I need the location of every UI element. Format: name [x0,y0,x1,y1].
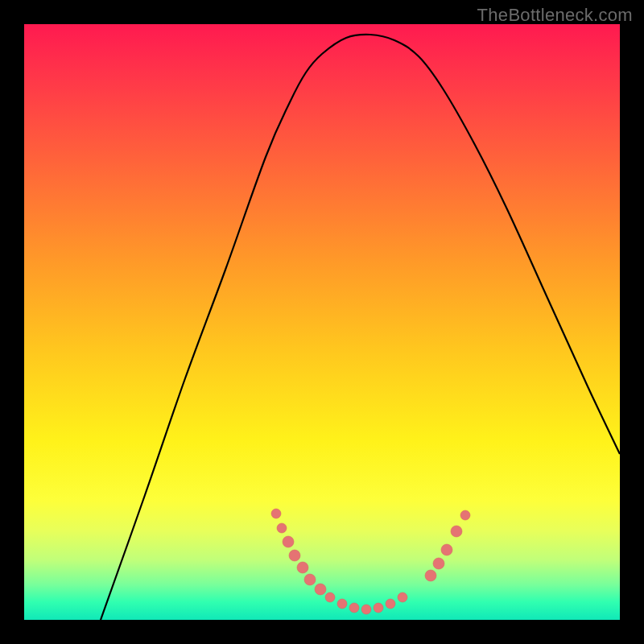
curve-marker [315,584,326,595]
plot-area [24,24,620,620]
curve-marker [433,558,444,569]
curve-marker [349,603,359,613]
bottleneck-curve [101,35,620,620]
curve-marker [425,570,436,581]
curve-marker [386,599,395,609]
curve-marker [283,536,294,547]
curve-marker [277,523,287,533]
chart-frame: TheBottleneck.com [0,0,644,644]
curve-marker [297,562,308,573]
curve-marker [289,550,300,561]
curve-marker [337,599,347,609]
curve-marker [398,592,407,602]
curve-marker [441,544,452,555]
curve-markers [271,509,470,614]
curve-marker [374,603,383,613]
watermark-label: TheBottleneck.com [477,5,633,26]
curve-marker [361,605,371,614]
curve-marker [304,574,316,585]
curve-layer [24,24,620,620]
curve-marker [325,592,335,602]
curve-marker [271,509,281,518]
curve-marker [451,526,462,537]
curve-marker [460,510,470,520]
